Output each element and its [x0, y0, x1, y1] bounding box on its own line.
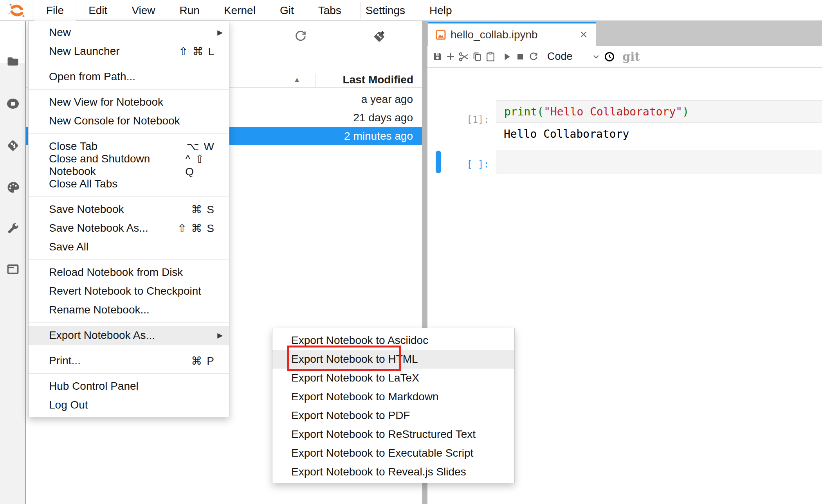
menu-item-label: New View for Notebook: [49, 96, 163, 108]
menu-item-rename-notebook[interactable]: Rename Notebook...: [29, 301, 229, 319]
menu-item-reload-from-disk[interactable]: Reload Notebook from Disk: [29, 263, 229, 282]
file-browser-tab-icon[interactable]: [6, 54, 20, 68]
jupyterlab-window: ▲ Last Modified a year ago 21 days ago 2…: [0, 0, 822, 504]
menu-help[interactable]: Help: [417, 0, 464, 21]
shortcut-label: ⌘ S: [191, 203, 215, 216]
menu-item-label: Export Notebook to Markdown: [291, 391, 439, 403]
menu-separator: [29, 348, 229, 348]
copy-cells-icon[interactable]: [471, 51, 483, 63]
palette-tab-icon[interactable]: [6, 180, 20, 194]
tab-hello-collab[interactable]: hello_collab.ipynb: [428, 22, 596, 46]
menu-item-new-console[interactable]: New Console for Notebook: [29, 112, 229, 130]
menu-item-export-revealjs-slides[interactable]: Export Notebook to Reveal.js Slides: [272, 463, 514, 481]
menu-separator: [29, 259, 229, 260]
menu-item-save-notebook-as[interactable]: Save Notebook As... ⇧ ⌘ S: [29, 219, 229, 238]
menu-file[interactable]: File: [34, 0, 76, 21]
main-menu-bar: File Edit View Run Kernel Git Tabs Setti…: [0, 0, 822, 21]
menu-item-label: Export Notebook to Executable Script: [291, 447, 473, 459]
shortcut-label: ^ ⇧ Q: [185, 153, 215, 178]
menu-item-export-notebook-as[interactable]: Export Notebook As... ▶: [29, 326, 229, 345]
menu-view[interactable]: View: [119, 0, 167, 21]
restart-kernel-icon[interactable]: [528, 51, 539, 63]
submenu-arrow-icon: ▶: [217, 28, 223, 37]
file-last-modified: 21 days ago: [353, 112, 413, 124]
add-cell-icon[interactable]: +: [445, 51, 456, 63]
git-toolbar-label[interactable]: git: [622, 50, 640, 63]
menu-edit[interactable]: Edit: [76, 0, 119, 21]
tab-title: hello_collab.ipynb: [451, 29, 538, 41]
menu-item-label: Save All: [49, 241, 88, 253]
menu-item-label: Export Notebook to Reveal.js Slides: [291, 466, 466, 478]
menu-item-label: Close Tab: [49, 140, 97, 153]
cell-type-value: Code: [547, 50, 573, 63]
stop-kernel-icon[interactable]: [514, 51, 526, 63]
menu-item-label: Rename Notebook...: [49, 304, 150, 316]
menu-item-new[interactable]: New ▶: [29, 23, 229, 42]
menu-kernel[interactable]: Kernel: [212, 0, 268, 21]
menu-item-label: New Console for Notebook: [49, 115, 180, 127]
cell-input-prompt-empty: [ ]:: [431, 159, 489, 170]
running-kernels-tab-icon[interactable]: [6, 97, 20, 111]
cell-type-dropdown[interactable]: Code: [547, 50, 598, 63]
tab-close-icon[interactable]: [579, 30, 588, 39]
menu-separator: [29, 373, 229, 374]
menu-settings[interactable]: Settings: [353, 0, 417, 21]
menu-item-print[interactable]: Print... ⌘ P: [29, 351, 229, 370]
save-notebook-icon[interactable]: [431, 51, 443, 63]
menu-item-label: Export Notebook to Asciidoc: [291, 334, 428, 347]
menu-item-label: Save Notebook: [49, 203, 124, 216]
cell-input-prompt: [1]:: [431, 114, 489, 125]
plus-glyph: +: [446, 49, 454, 65]
menu-item-export-executable-script[interactable]: Export Notebook to Executable Script: [272, 444, 514, 463]
menu-tabs[interactable]: Tabs: [306, 0, 353, 21]
menu-item-export-latex[interactable]: Export Notebook to LaTeX: [272, 369, 514, 387]
menu-item-label: Save Notebook As...: [49, 222, 148, 234]
refresh-file-list-icon[interactable]: [294, 29, 308, 43]
menu-item-save-notebook[interactable]: Save Notebook ⌘ S: [29, 200, 229, 219]
jupyter-logo: [0, 0, 34, 21]
menu-item-export-markdown[interactable]: Export Notebook to Markdown: [272, 387, 514, 406]
menu-item-label: New: [49, 26, 71, 39]
empty-code-cell-input[interactable]: [496, 150, 822, 174]
property-inspector-tab-icon[interactable]: [6, 221, 20, 235]
file-last-modified: a year ago: [361, 93, 413, 105]
menu-git[interactable]: Git: [268, 0, 306, 21]
last-modified-column-header[interactable]: Last Modified: [315, 72, 422, 87]
paste-cells-icon[interactable]: [485, 51, 496, 63]
menu-item-export-html[interactable]: Export Notebook to HTML: [272, 350, 514, 369]
cut-cells-icon[interactable]: [458, 51, 470, 63]
menu-separator: [29, 89, 229, 90]
file-dropdown-menu: New ▶ New Launcher ⇧ ⌘ L Open from Path.…: [28, 21, 229, 417]
menu-item-label: Revert Notebook to Checkpoint: [49, 285, 201, 297]
menu-item-export-asciidoc[interactable]: Export Notebook to Asciidoc: [272, 331, 514, 350]
menu-separator: [29, 133, 229, 134]
submenu-arrow-icon: ▶: [217, 331, 223, 340]
menu-item-label: Export Notebook to ReStructured Text: [291, 428, 476, 441]
menu-item-open-from-path[interactable]: Open from Path...: [29, 67, 229, 86]
menu-item-label: Log Out: [49, 399, 88, 411]
menu-item-hub-control-panel[interactable]: Hub Control Panel: [29, 377, 229, 396]
git-tab-icon[interactable]: [6, 139, 20, 153]
history-clock-icon[interactable]: [604, 51, 615, 63]
menu-run[interactable]: Run: [168, 0, 212, 21]
tab-bar: hello_collab.ipynb: [427, 21, 822, 46]
git-init-icon[interactable]: [372, 29, 386, 43]
menu-item-close-shutdown[interactable]: Close and Shutdown Notebook ^ ⇧ Q: [29, 156, 229, 175]
menu-item-close-all-tabs[interactable]: Close All Tabs: [29, 175, 229, 193]
menu-item-label: Export Notebook to HTML: [291, 353, 418, 365]
menu-separator: [29, 322, 229, 323]
menu-item-export-pdf[interactable]: Export Notebook to PDF: [272, 406, 514, 425]
menu-item-new-view[interactable]: New View for Notebook: [29, 93, 229, 112]
menu-item-label: New Launcher: [49, 45, 120, 58]
menu-item-export-restructured-text[interactable]: Export Notebook to ReStructured Text: [272, 425, 514, 444]
menu-item-new-launcher[interactable]: New Launcher ⇧ ⌘ L: [29, 42, 229, 61]
notebook-toolbar: + Code: [427, 46, 822, 68]
code-cell-input[interactable]: print("Hello Collaboratory"): [496, 100, 822, 123]
run-cell-icon[interactable]: [501, 51, 513, 63]
file-last-modified: 2 minutes ago: [344, 130, 413, 142]
menu-item-revert-to-checkpoint[interactable]: Revert Notebook to Checkpoint: [29, 282, 229, 301]
menu-item-label: Reload Notebook from Disk: [49, 266, 183, 279]
menu-item-save-all[interactable]: Save All: [29, 238, 229, 256]
menu-item-log-out[interactable]: Log Out: [29, 396, 229, 414]
open-tabs-tab-icon[interactable]: [6, 262, 20, 276]
